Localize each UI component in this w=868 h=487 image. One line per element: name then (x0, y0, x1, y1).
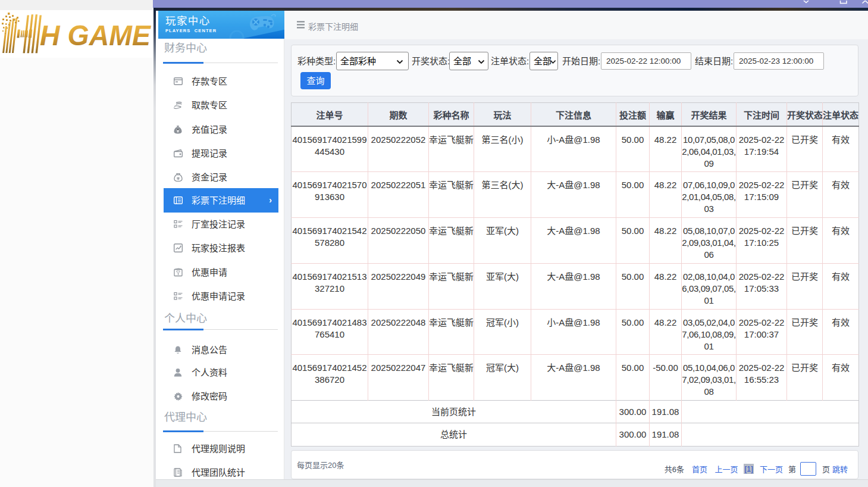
svg-text:H GAME: H GAME (40, 20, 152, 51)
